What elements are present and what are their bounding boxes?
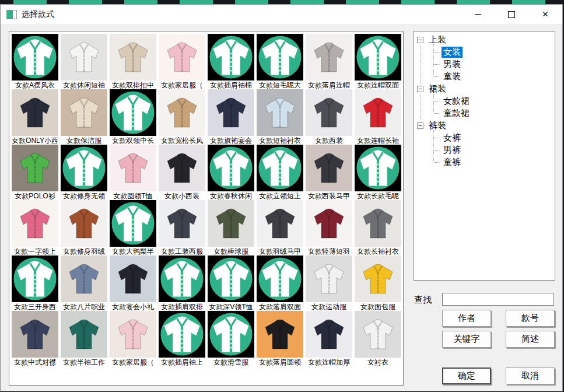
style-item-label: 女款棒球服 xyxy=(206,247,255,256)
style-item[interactable]: 女款面包服 xyxy=(353,256,402,311)
style-item[interactable]: 女款半袖工作 xyxy=(59,311,108,366)
tree-item-女装[interactable]: 女装 xyxy=(428,46,554,58)
style-thumbnail-placeholder-shirt-icon xyxy=(159,311,205,358)
style-grid: 女款A摆风衣 女款休闲短袖 女款双排扣中 女款家居服（ 女款插肩袖棉 女款短毛呢… xyxy=(9,32,403,366)
style-item[interactable]: 女款保洁服 xyxy=(59,89,108,145)
tree-item-女裤[interactable]: 女裤 xyxy=(428,132,554,144)
summary-filter-button[interactable]: 简述 xyxy=(506,331,555,348)
style-item[interactable]: 女款八片职业 xyxy=(59,256,108,311)
collapse-icon[interactable]: − xyxy=(417,86,423,92)
style-item[interactable]: 女款西装 xyxy=(304,89,353,145)
style-thumbnail-photo xyxy=(61,89,107,136)
category-tree-panel: −上装女装男装童装−裙装女款裙童款裙−裤装女裤男裤童裤 xyxy=(414,31,555,281)
style-item[interactable]: 女款长款毛呢 xyxy=(353,145,402,200)
style-item[interactable]: 女衬衣 xyxy=(353,311,402,366)
style-thumbnail-photo xyxy=(355,256,401,302)
style-item[interactable]: 女款滑雪服 xyxy=(206,311,255,366)
style-thumbnail-photo xyxy=(306,145,352,191)
style-item[interactable]: 女款工装西服 xyxy=(157,200,206,256)
style-item-label: 女衬衣 xyxy=(353,358,402,366)
style-item[interactable]: 女款羽绒马甲 xyxy=(255,200,304,256)
style-item[interactable]: 女款西装马甲 xyxy=(304,145,353,200)
tree-item-男装[interactable]: 男装 xyxy=(428,58,554,71)
maximize-button[interactable] xyxy=(495,5,528,24)
style-item-label: 女款插肩袖上 xyxy=(157,358,206,366)
style-item[interactable]: 女款连帽双面 xyxy=(353,34,402,89)
tree-connector xyxy=(434,52,439,52)
style-item[interactable]: 女款双领中长 xyxy=(108,89,157,145)
style-item[interactable]: 女款棒球服 xyxy=(206,200,255,256)
tree-item-童裤[interactable]: 童裤 xyxy=(428,156,554,169)
style-thumbnail-photo xyxy=(110,145,156,191)
style-item[interactable]: 女款家居服（ xyxy=(157,34,206,89)
style-item[interactable]: 女款POLO衫 xyxy=(10,145,59,200)
tree-item-童装[interactable]: 童装 xyxy=(428,71,554,83)
style-item-label: 女款ONLY小西 xyxy=(10,136,59,145)
keyword-filter-button[interactable]: 关键字 xyxy=(442,331,491,348)
style-item[interactable]: 女款短毛呢大 xyxy=(255,34,304,89)
style-item[interactable]: 女款落肩圆领 xyxy=(255,311,304,366)
style-item[interactable]: 女款运动服 xyxy=(304,256,353,311)
collapse-icon[interactable]: − xyxy=(417,37,423,43)
style-item-label: 女款旗袍宴会 xyxy=(206,136,255,145)
style-item[interactable]: 女款短袖衬衣 xyxy=(255,89,304,145)
style-thumbnail-photo xyxy=(12,89,58,136)
style-item-label: 女款工装西服 xyxy=(157,247,206,256)
minimize-button[interactable] xyxy=(461,5,495,24)
style-item[interactable]: 女款插肩双排 xyxy=(157,256,206,311)
style-item[interactable]: 女款休闲短袖 xyxy=(59,34,108,89)
tree-item-童款裙[interactable]: 童款裙 xyxy=(428,107,554,120)
style-item[interactable]: 女款A摆风衣 xyxy=(10,34,59,89)
ok-button[interactable]: 确定 xyxy=(442,368,491,384)
tree-item-上装[interactable]: −上装 xyxy=(415,34,554,46)
style-item[interactable]: 女款插肩袖棉 xyxy=(206,34,255,89)
style-thumbnail-placeholder-shirt-icon xyxy=(61,145,107,191)
style-item[interactable]: 女款小西装 xyxy=(157,145,206,200)
style-item[interactable]: 女款轻薄短羽 xyxy=(304,200,353,256)
style-item[interactable]: 女款春秋休闲 xyxy=(206,145,255,200)
style-item[interactable]: 女款宽松长风 xyxy=(157,89,206,145)
author-filter-button[interactable]: 作者 xyxy=(442,310,491,327)
tree-item-女款裙[interactable]: 女款裙 xyxy=(428,95,554,107)
style-item-label: 女款家居服（ xyxy=(157,81,206,89)
tree-item-label: 男裤 xyxy=(442,145,463,156)
style-thumbnail-photo xyxy=(61,200,107,247)
tree-item-label: 上装 xyxy=(427,34,448,46)
find-input[interactable] xyxy=(442,293,554,306)
style-thumbnail-placeholder-shirt-icon xyxy=(355,145,401,191)
style-item[interactable]: 女款双排扣中 xyxy=(108,34,157,89)
style-thumbnail-photo xyxy=(257,89,303,136)
style-item[interactable]: 女款连帽长袖 xyxy=(353,89,402,145)
tree-item-裙装[interactable]: −裙装 xyxy=(415,83,554,95)
collapse-icon[interactable]: − xyxy=(417,123,423,129)
style-item[interactable]: 女款ONLY小西 xyxy=(10,89,59,145)
style-thumbnail-placeholder-shirt-icon xyxy=(257,256,303,302)
tree-item-裤装[interactable]: −裤装 xyxy=(415,120,554,132)
close-button[interactable]: ✕ xyxy=(528,5,562,24)
tree-item-男裤[interactable]: 男裤 xyxy=(428,144,554,156)
style-item[interactable]: 女款长袖衬衣 xyxy=(353,200,402,256)
style-item[interactable]: 女款大鸭梨半 xyxy=(108,200,157,256)
style-item[interactable]: 女款三开身西 xyxy=(10,256,59,311)
style-item[interactable]: 女款落肩连帽 xyxy=(304,34,353,89)
style-item[interactable]: 女款修身无领 xyxy=(59,145,108,200)
style-thumbnail-photo xyxy=(159,145,205,191)
style-item-label: 女款POLO衫 xyxy=(10,192,59,200)
style-item[interactable]: 女款圆领T恤 xyxy=(108,145,157,200)
cancel-button[interactable]: 取消 xyxy=(506,368,555,384)
style-item[interactable]: 女款一字领上 xyxy=(10,200,59,256)
style-item[interactable]: 女款中式对襟 xyxy=(10,311,59,366)
style-item[interactable]: 女款修身羽绒 xyxy=(59,200,108,256)
style-item[interactable]: 女款家居服（ xyxy=(108,311,157,366)
tree-item-label: 童款裙 xyxy=(442,108,471,119)
style-no-filter-button[interactable]: 款号 xyxy=(506,310,555,327)
style-item-label: 女款西装马甲 xyxy=(304,192,353,200)
style-item[interactable]: 女款连帽加厚 xyxy=(304,311,353,366)
style-item[interactable]: 女款宴会小礼 xyxy=(108,256,157,311)
style-item[interactable]: 女款插肩袖上 xyxy=(157,311,206,366)
style-item[interactable]: 女款旗袍宴会 xyxy=(206,89,255,145)
titlebar[interactable]: 选择款式 ✕ xyxy=(1,5,562,24)
style-item[interactable]: 女款立领短上 xyxy=(255,145,304,200)
style-item[interactable]: 女款深V领T恤 xyxy=(206,256,255,311)
style-item[interactable]: 女款落肩双面 xyxy=(255,256,304,311)
